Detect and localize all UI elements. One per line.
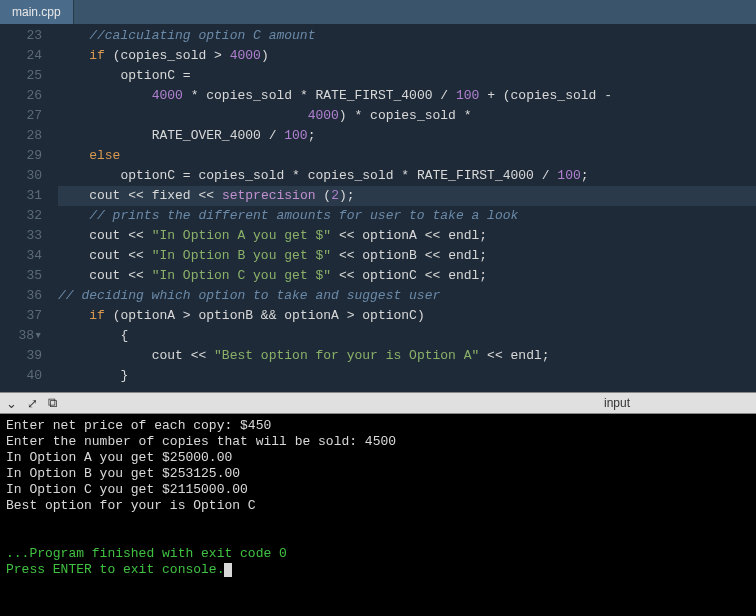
copy-icon[interactable]: ⧉: [48, 395, 57, 411]
code-line[interactable]: //calculating option C amount: [58, 26, 756, 46]
line-number: 27: [4, 106, 42, 126]
code-line[interactable]: cout << "In Option A you get $" << optio…: [58, 226, 756, 246]
fullscreen-icon[interactable]: ⤢: [27, 396, 38, 411]
line-number-gutter: 23 24 25 26 27 28 29 30 31 32 33 34 35 3…: [0, 24, 50, 392]
line-number: 26: [4, 86, 42, 106]
tab-filename: main.cpp: [12, 5, 61, 19]
code-area[interactable]: //calculating option C amount if (copies…: [50, 24, 756, 392]
line-number: 24: [4, 46, 42, 66]
console-output[interactable]: Enter net price of each copy: $450 Enter…: [0, 414, 756, 616]
line-number: 37: [4, 306, 42, 326]
code-line[interactable]: 4000 * copies_sold * RATE_FIRST_4000 / 1…: [58, 86, 756, 106]
code-line[interactable]: // deciding which option to take and sug…: [58, 286, 756, 306]
console-prompt: Press ENTER to exit console.: [6, 562, 224, 577]
line-number: 23: [4, 26, 42, 46]
console-cursor: [224, 563, 232, 577]
line-number: 38▾: [4, 326, 42, 346]
line-number: 39: [4, 346, 42, 366]
tab-bar: main.cpp: [0, 0, 756, 24]
console-input-label: input: [604, 396, 630, 410]
chevron-down-icon[interactable]: ⌄: [6, 396, 17, 411]
line-number: 30: [4, 166, 42, 186]
line-number: 29: [4, 146, 42, 166]
code-editor[interactable]: 23 24 25 26 27 28 29 30 31 32 33 34 35 3…: [0, 24, 756, 392]
code-line[interactable]: {: [58, 326, 756, 346]
line-number: 40: [4, 366, 42, 386]
code-line[interactable]: cout << "Best option for your is Option …: [58, 346, 756, 366]
code-line[interactable]: }: [58, 366, 756, 386]
line-number: 34: [4, 246, 42, 266]
line-number: 36: [4, 286, 42, 306]
code-line[interactable]: if (optionA > optionB && optionA > optio…: [58, 306, 756, 326]
code-line[interactable]: optionC = copies_sold * copies_sold * RA…: [58, 166, 756, 186]
line-number: 32: [4, 206, 42, 226]
console-exit-line: ...Program finished with exit code 0: [6, 546, 287, 561]
code-line[interactable]: RATE_OVER_4000 / 100;: [58, 126, 756, 146]
code-line[interactable]: optionC =: [58, 66, 756, 86]
code-line[interactable]: // prints the different amounts for user…: [58, 206, 756, 226]
line-number: 25: [4, 66, 42, 86]
line-number: 31: [4, 186, 42, 206]
console-toolbar: ⌄ ⤢ ⧉ input: [0, 392, 756, 414]
code-line[interactable]: cout << "In Option B you get $" << optio…: [58, 246, 756, 266]
tab-main-cpp[interactable]: main.cpp: [0, 0, 74, 24]
code-line[interactable]: cout << fixed << setprecision (2);: [58, 186, 756, 206]
code-line[interactable]: 4000) * copies_sold *: [58, 106, 756, 126]
line-number: 28: [4, 126, 42, 146]
code-line[interactable]: if (copies_sold > 4000): [58, 46, 756, 66]
code-line[interactable]: else: [58, 146, 756, 166]
line-number: 35: [4, 266, 42, 286]
code-line[interactable]: cout << "In Option C you get $" << optio…: [58, 266, 756, 286]
line-number: 33: [4, 226, 42, 246]
